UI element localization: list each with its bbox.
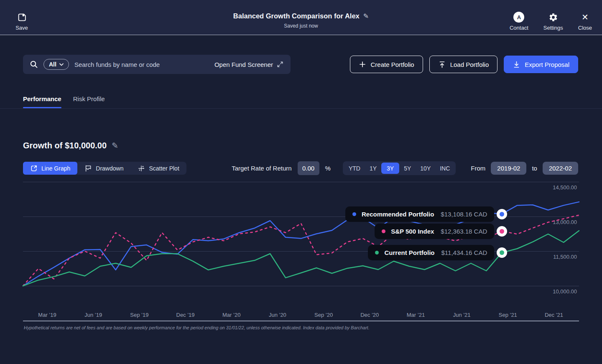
- upload-icon: [438, 61, 446, 69]
- tabs-divider: [0, 108, 602, 109]
- search-input[interactable]: [74, 61, 209, 68]
- from-date-button[interactable]: 2019-02: [491, 162, 526, 175]
- download-icon: [513, 61, 520, 69]
- toolbar: All Open Fund Screener Create Portfolio …: [23, 55, 578, 74]
- series-dot-icon: [375, 251, 379, 255]
- series-line-s-p-500-index: [23, 215, 579, 286]
- close-icon: ✕: [582, 13, 589, 21]
- plus-icon: [359, 61, 366, 68]
- growth-heading: Growth of $10,000.00 ✎: [23, 141, 118, 150]
- gear-icon: [548, 12, 558, 23]
- series-name: Recommended Portfolio: [362, 211, 434, 218]
- create-portfolio-button[interactable]: Create Portfolio: [350, 56, 423, 73]
- series-value: $13,108.16 CAD: [441, 211, 487, 218]
- from-label: From: [471, 165, 485, 172]
- create-portfolio-label: Create Portfolio: [370, 61, 414, 68]
- x-axis-label: Mar ’20: [222, 312, 240, 318]
- series-value: $12,363.18 CAD: [441, 228, 487, 235]
- line-graph-label: Line Graph: [41, 165, 70, 172]
- axis-separator: [23, 321, 579, 321]
- line-graph-icon: [30, 165, 38, 172]
- drawdown-button[interactable]: Drawdown: [77, 162, 130, 175]
- load-portfolio-label: Load Portfolio: [450, 61, 489, 68]
- portfolio-comparison-app: Save Balanced Growth Comparison for Alex…: [0, 0, 602, 364]
- save-icon: [17, 12, 27, 23]
- chart-controls: Line Graph Drawdown Scatter Plot Target …: [23, 161, 578, 175]
- edit-title-icon[interactable]: ✎: [363, 12, 369, 20]
- saved-status: Saved just now: [233, 23, 369, 29]
- scatter-plot-label: Scatter Plot: [149, 165, 179, 172]
- open-fund-screener-label: Open Fund Screener: [214, 61, 273, 68]
- export-proposal-label: Export Proposal: [525, 61, 569, 68]
- disclaimer-text: Hypothetical returns are net of fees and…: [24, 325, 370, 330]
- tab-risk-profile[interactable]: Risk Profile: [73, 95, 105, 108]
- series-tooltip: S&P 500 Index$12,363.18 CAD: [375, 224, 494, 239]
- range-1y-button[interactable]: 1Y: [365, 163, 381, 174]
- growth-line-chart[interactable]: [23, 176, 579, 297]
- x-axis-label: Sep ’21: [499, 312, 517, 318]
- contact-label: Contact: [510, 25, 528, 31]
- date-range-group: From 2019-02 to 2022-02: [471, 162, 578, 175]
- series-value: $11,434.16 CAD: [441, 249, 487, 256]
- settings-button[interactable]: Settings: [543, 12, 563, 31]
- edit-growth-icon[interactable]: ✎: [112, 141, 118, 150]
- tab-performance[interactable]: Performance: [23, 95, 61, 108]
- expand-icon: [277, 61, 283, 67]
- range-5y-button[interactable]: 5Y: [399, 163, 416, 174]
- x-axis-label: Dec ’20: [360, 312, 379, 318]
- load-portfolio-button[interactable]: Load Portfolio: [429, 56, 498, 73]
- x-axis-label: Jun ’20: [269, 312, 286, 318]
- scatter-plot-icon: [138, 165, 145, 172]
- target-rate-group: Target Rate of Return %: [232, 161, 331, 175]
- close-button[interactable]: ✕ Close: [578, 12, 592, 31]
- series-dot-icon: [382, 229, 385, 233]
- x-axis-label: Sep ’19: [130, 312, 148, 318]
- close-label: Close: [578, 25, 592, 31]
- top-bar-actions: A Contact Settings ✕ Close: [510, 12, 592, 31]
- x-axis-label: Mar ’21: [407, 312, 425, 318]
- settings-label: Settings: [543, 25, 563, 31]
- range-3y-button[interactable]: 3Y: [381, 163, 399, 174]
- tab-bar: Performance Risk Profile: [23, 95, 105, 108]
- save-label: Save: [15, 25, 28, 31]
- line-graph-button[interactable]: Line Graph: [23, 162, 77, 175]
- to-label: to: [532, 165, 537, 172]
- scatter-plot-button[interactable]: Scatter Plot: [130, 162, 186, 175]
- series-name: Current Portfolio: [384, 249, 434, 256]
- series-dot-icon: [352, 212, 356, 216]
- contact-button[interactable]: A Contact: [510, 12, 528, 31]
- filter-value: All: [49, 61, 56, 68]
- save-button[interactable]: Save: [13, 12, 31, 31]
- search-icon: [30, 60, 38, 69]
- open-fund-screener-link[interactable]: Open Fund Screener: [214, 61, 283, 68]
- chevron-down-icon: [59, 63, 64, 66]
- series-marker: [497, 209, 507, 219]
- drawdown-label: Drawdown: [96, 165, 123, 172]
- series-marker: [497, 247, 507, 258]
- series-tooltip: Recommended Portfolio$13,108.16 CAD: [345, 206, 494, 222]
- x-axis-label: Sep ’20: [314, 312, 333, 318]
- fund-search-bar: All Open Fund Screener: [23, 55, 291, 74]
- range-ytd-button[interactable]: YTD: [344, 163, 365, 174]
- avatar: A: [513, 12, 524, 23]
- x-axis-label: Mar ’19: [38, 312, 56, 318]
- series-name: S&P 500 Index: [391, 228, 434, 235]
- series-marker: [497, 226, 507, 237]
- time-range-group: YTD1Y3Y5Y10YINC: [343, 161, 456, 175]
- target-rate-label: Target Rate of Return: [232, 165, 291, 172]
- top-bar: Save Balanced Growth Comparison for Alex…: [0, 0, 602, 35]
- to-date-button[interactable]: 2022-02: [543, 162, 578, 175]
- percent-sign: %: [325, 165, 331, 172]
- page-title: Balanced Growth Comparison for Alex: [233, 12, 360, 20]
- x-axis-label: Jun ’21: [453, 312, 471, 318]
- document-header: Balanced Growth Comparison for Alex ✎ Sa…: [233, 12, 369, 29]
- growth-title: Growth of $10,000.00: [23, 141, 107, 150]
- target-rate-input[interactable]: [298, 161, 319, 175]
- x-axis-label: Jun ’19: [84, 312, 102, 318]
- range-inc-button[interactable]: INC: [435, 163, 454, 174]
- export-proposal-button[interactable]: Export Proposal: [504, 56, 578, 73]
- range-10y-button[interactable]: 10Y: [416, 163, 435, 174]
- filter-dropdown[interactable]: All: [43, 59, 69, 70]
- series-tooltip: Current Portfolio$11,434.16 CAD: [368, 245, 494, 260]
- x-axis-label: Dec ’19: [176, 312, 194, 318]
